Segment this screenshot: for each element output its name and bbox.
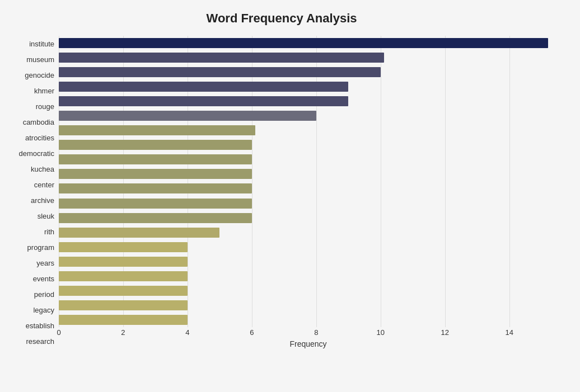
- bar-row: [59, 284, 558, 298]
- bar-row: [59, 36, 558, 50]
- y-label: cambodia: [23, 115, 54, 129]
- bar-row: [59, 167, 558, 181]
- bar: [59, 315, 188, 325]
- bar-row: [59, 196, 558, 211]
- bar-row: [59, 298, 558, 313]
- bar-row: [59, 225, 558, 240]
- bars-and-x: 02468101214 Frequency: [59, 36, 558, 350]
- bars-area: [59, 36, 558, 327]
- bar: [59, 67, 381, 77]
- y-label: legacy: [33, 303, 54, 318]
- x-tick: 2: [121, 328, 125, 337]
- y-axis: institutemuseumgenocidekhmerrougecambodi…: [6, 36, 59, 350]
- y-label: center: [34, 177, 54, 192]
- bar: [59, 82, 348, 92]
- y-label: period: [34, 287, 54, 302]
- y-label: democratic: [18, 146, 54, 160]
- y-label: kuchea: [31, 162, 54, 176]
- bar-row: [59, 65, 558, 79]
- bar-row: [59, 94, 558, 108]
- chart-area: institutemuseumgenocidekhmerrougecambodi…: [6, 36, 558, 350]
- bar: [59, 96, 348, 106]
- x-tick: 0: [57, 328, 60, 337]
- bar-row: [59, 79, 558, 94]
- bar: [59, 257, 188, 267]
- bar: [59, 140, 252, 150]
- bar-row: [59, 123, 558, 138]
- x-tick: 6: [250, 328, 254, 337]
- bar-row: [59, 152, 558, 167]
- bar: [59, 300, 188, 310]
- y-label: events: [33, 272, 54, 286]
- y-label: genocide: [25, 68, 54, 82]
- x-tick: 14: [506, 328, 513, 337]
- x-tick: 4: [185, 328, 189, 337]
- bar: [59, 213, 252, 223]
- bar: [59, 111, 316, 121]
- y-label: program: [27, 240, 54, 255]
- chart-title: Word Frequency Analysis: [6, 11, 558, 26]
- x-tick: 8: [314, 328, 318, 337]
- bar: [59, 271, 188, 281]
- y-label: sleuk: [38, 209, 54, 224]
- x-axis-label: Frequency: [59, 339, 558, 348]
- chart-container: Word Frequency Analysis institutemuseumg…: [0, 0, 580, 392]
- bar: [59, 242, 188, 252]
- x-tick: 12: [441, 328, 449, 337]
- bar: [59, 169, 252, 179]
- x-axis: 02468101214 Frequency: [59, 327, 558, 350]
- y-label: museum: [26, 52, 54, 67]
- bar: [59, 53, 384, 63]
- y-label: rith: [44, 225, 54, 239]
- y-label: khmer: [34, 83, 54, 98]
- bar: [59, 199, 252, 209]
- y-label: institute: [29, 36, 54, 51]
- bar: [59, 183, 252, 193]
- bar-row: [59, 211, 558, 225]
- bar-row: [59, 313, 558, 327]
- bar: [59, 38, 548, 48]
- bar-row: [59, 181, 558, 196]
- y-label: research: [26, 334, 54, 349]
- bar-row: [59, 108, 558, 123]
- bar: [59, 286, 188, 296]
- bar: [59, 228, 219, 238]
- y-label: rouge: [36, 99, 54, 114]
- y-label: years: [36, 256, 54, 271]
- y-label: archive: [31, 193, 54, 207]
- bar-row: [59, 254, 558, 269]
- x-tick: 10: [377, 328, 385, 337]
- bar-row: [59, 50, 558, 65]
- x-ticks: 02468101214: [59, 327, 558, 338]
- bar: [59, 154, 252, 164]
- bar-row: [59, 138, 558, 152]
- y-label: establish: [26, 319, 54, 333]
- bar: [59, 125, 255, 135]
- y-label: atrocities: [25, 130, 54, 145]
- bars-column: [59, 36, 558, 327]
- bar-row: [59, 240, 558, 254]
- bar-row: [59, 269, 558, 284]
